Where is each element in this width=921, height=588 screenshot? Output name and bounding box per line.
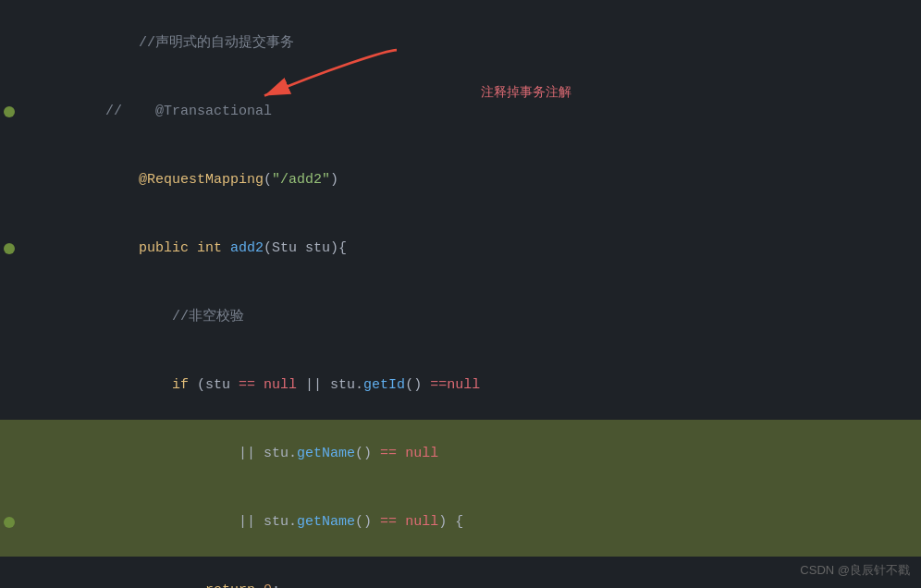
if-condition: (stu (197, 377, 239, 393)
code-line-highlighted2: || stu.getName() == null) { (0, 488, 921, 557)
params: (Stu stu){ (264, 240, 347, 256)
gutter-diamond-icon2 (4, 517, 15, 528)
code-container: //声明式的自动提交事务 // @Transactional @RequestM… (0, 0, 921, 588)
line-content: //声明式的自动提交事务 (46, 10, 921, 77)
eq-op4: == (380, 514, 397, 530)
paren-open: ( (264, 172, 272, 188)
line-content: || stu.getName() == null (46, 421, 921, 487)
method-name: add2 (230, 240, 264, 256)
keyword-return: return (105, 582, 264, 588)
annotation-label: 注释掉事务注解 (481, 81, 571, 102)
annotation-text: @RequestMapping (105, 172, 264, 188)
code-line: // @Transactional (0, 78, 921, 146)
method-getName1: getName (297, 446, 355, 461)
line-content: if (stu == null || stu.getId() ==null (46, 352, 921, 419)
line-content: || stu.getName() == null) { (46, 489, 921, 556)
comment-text: //声明式的自动提交事务 (105, 35, 294, 51)
code-line: public int add2(Stu stu){ (0, 214, 921, 283)
code-line: return 0; (0, 557, 921, 588)
gutter-diamond-icon (4, 243, 15, 254)
number-0: 0 (264, 582, 272, 588)
watermark-text: CSDN @良辰针不戳 (800, 561, 910, 581)
eq-op2: == (430, 377, 447, 393)
comment-nonempty: //非空校验 (105, 309, 244, 325)
close-paren-brace: ) { (438, 514, 463, 530)
null-keyword: null (255, 377, 305, 393)
keyword-if: if (105, 377, 197, 393)
code-line-highlighted: || stu.getName() == null (0, 420, 921, 488)
line-content: return 0; (46, 557, 921, 588)
space (397, 446, 405, 461)
call3: () (355, 514, 380, 530)
null-keyword3: null (405, 446, 438, 461)
null-keyword2: null (447, 377, 480, 393)
gutter-diamond-icon (4, 106, 15, 117)
call: () (405, 377, 430, 393)
or-indent: || stu. (105, 446, 297, 461)
method-getId: getId (363, 377, 405, 393)
call2: () (355, 446, 380, 461)
line-content: public int add2(Stu stu){ (46, 215, 921, 282)
semicolon: ; (272, 582, 280, 588)
code-line: //非空校验 (0, 283, 921, 351)
line-content: //非空校验 (46, 284, 921, 350)
eq-op: == (239, 377, 255, 393)
code-line: //声明式的自动提交事务 (0, 9, 921, 78)
string-value: "/add2" (272, 172, 330, 188)
method-getName2: getName (297, 514, 355, 530)
code-line: @RequestMapping("/add2") (0, 146, 921, 214)
code-line: if (stu == null || stu.getId() ==null (0, 351, 921, 420)
null-keyword4: null (405, 514, 438, 530)
paren-close: ) (330, 172, 338, 188)
or-op: || stu. (305, 377, 363, 393)
comment-transactional: // @Transactional (105, 104, 272, 119)
line-content: @RequestMapping("/add2") (46, 147, 921, 214)
or-indent2: || stu. (105, 514, 297, 530)
keyword-public: public int (105, 240, 230, 256)
space2 (397, 514, 405, 530)
eq-op3: == (380, 446, 397, 461)
